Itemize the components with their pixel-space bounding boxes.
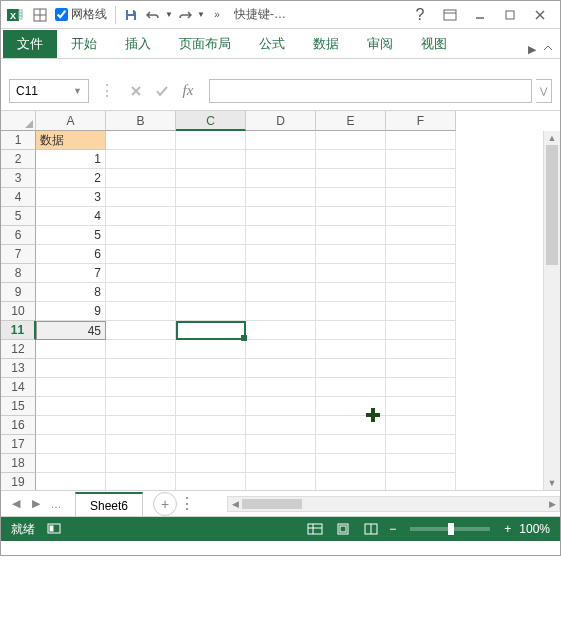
cell-B5[interactable] xyxy=(106,207,176,226)
cell-B14[interactable] xyxy=(106,378,176,397)
cell-E2[interactable] xyxy=(316,150,386,169)
tab-formulas[interactable]: 公式 xyxy=(245,30,299,58)
maximize-icon[interactable] xyxy=(496,4,524,26)
grid[interactable]: ABCDEF1数据2132435465768798109114512131415… xyxy=(1,111,560,491)
zoom-slider[interactable] xyxy=(410,527,490,531)
cell-C17[interactable] xyxy=(176,435,246,454)
cancel-formula-icon[interactable] xyxy=(125,80,147,102)
close-icon[interactable] xyxy=(526,4,554,26)
grid-icon[interactable] xyxy=(29,4,51,26)
row-header-4[interactable]: 4 xyxy=(1,188,36,207)
cell-D19[interactable] xyxy=(246,473,316,491)
cell-A19[interactable] xyxy=(36,473,106,491)
row-header-1[interactable]: 1 xyxy=(1,131,36,150)
cell-E11[interactable] xyxy=(316,321,386,340)
tab-home[interactable]: 开始 xyxy=(57,30,111,58)
cell-E5[interactable] xyxy=(316,207,386,226)
fx-icon[interactable]: fx xyxy=(177,80,199,102)
ribbon-display-icon[interactable] xyxy=(436,4,464,26)
name-box-dropdown-icon[interactable]: ▼ xyxy=(73,86,82,96)
cell-E8[interactable] xyxy=(316,264,386,283)
cell-F16[interactable] xyxy=(386,416,456,435)
cell-D16[interactable] xyxy=(246,416,316,435)
view-pagelayout-icon[interactable] xyxy=(333,521,353,537)
cell-E6[interactable] xyxy=(316,226,386,245)
cell-A12[interactable] xyxy=(36,340,106,359)
tab-review[interactable]: 审阅 xyxy=(353,30,407,58)
minimize-icon[interactable] xyxy=(466,4,494,26)
row-header-9[interactable]: 9 xyxy=(1,283,36,302)
row-header-15[interactable]: 15 xyxy=(1,397,36,416)
cell-F7[interactable] xyxy=(386,245,456,264)
cell-B15[interactable] xyxy=(106,397,176,416)
cell-D7[interactable] xyxy=(246,245,316,264)
row-header-3[interactable]: 3 xyxy=(1,169,36,188)
cell-B17[interactable] xyxy=(106,435,176,454)
cell-D17[interactable] xyxy=(246,435,316,454)
cell-F15[interactable] xyxy=(386,397,456,416)
tab-data[interactable]: 数据 xyxy=(299,30,353,58)
cell-E16[interactable] xyxy=(316,416,386,435)
cell-C11[interactable] xyxy=(176,321,246,340)
cell-B11[interactable] xyxy=(106,321,176,340)
cell-E12[interactable] xyxy=(316,340,386,359)
cell-A9[interactable]: 8 xyxy=(36,283,106,302)
view-pagebreak-icon[interactable] xyxy=(361,521,381,537)
undo-icon[interactable] xyxy=(142,4,164,26)
cell-C9[interactable] xyxy=(176,283,246,302)
cell-F5[interactable] xyxy=(386,207,456,226)
row-header-19[interactable]: 19 xyxy=(1,473,36,491)
cell-A1[interactable]: 数据 xyxy=(36,131,106,150)
sheet-nav-more-icon[interactable]: … xyxy=(47,495,65,513)
tab-split-handle[interactable]: ⋮ xyxy=(177,494,197,513)
cell-C19[interactable] xyxy=(176,473,246,491)
row-header-7[interactable]: 7 xyxy=(1,245,36,264)
cell-C7[interactable] xyxy=(176,245,246,264)
cell-A15[interactable] xyxy=(36,397,106,416)
cell-E17[interactable] xyxy=(316,435,386,454)
cell-F17[interactable] xyxy=(386,435,456,454)
cell-C15[interactable] xyxy=(176,397,246,416)
cell-E15[interactable] xyxy=(316,397,386,416)
cell-D3[interactable] xyxy=(246,169,316,188)
gridlines-check-input[interactable] xyxy=(55,8,68,21)
zoom-level[interactable]: 100% xyxy=(519,522,550,536)
col-header-B[interactable]: B xyxy=(106,111,176,131)
cell-F11[interactable] xyxy=(386,321,456,340)
undo-dropdown-icon[interactable]: ▼ xyxy=(164,4,174,26)
collapse-ribbon-icon[interactable] xyxy=(542,40,554,58)
cell-F2[interactable] xyxy=(386,150,456,169)
cell-E10[interactable] xyxy=(316,302,386,321)
redo-icon[interactable] xyxy=(174,4,196,26)
row-header-14[interactable]: 14 xyxy=(1,378,36,397)
tab-pagelayout[interactable]: 页面布局 xyxy=(165,30,245,58)
cell-A2[interactable]: 1 xyxy=(36,150,106,169)
cell-A3[interactable]: 2 xyxy=(36,169,106,188)
cell-B4[interactable] xyxy=(106,188,176,207)
row-header-10[interactable]: 10 xyxy=(1,302,36,321)
cell-C16[interactable] xyxy=(176,416,246,435)
cell-C10[interactable] xyxy=(176,302,246,321)
cell-B18[interactable] xyxy=(106,454,176,473)
cell-B19[interactable] xyxy=(106,473,176,491)
cell-D4[interactable] xyxy=(246,188,316,207)
cell-B10[interactable] xyxy=(106,302,176,321)
name-box[interactable]: C11 ▼ xyxy=(9,79,89,103)
cell-E1[interactable] xyxy=(316,131,386,150)
cell-B16[interactable] xyxy=(106,416,176,435)
col-header-C[interactable]: C xyxy=(176,111,246,131)
cell-E13[interactable] xyxy=(316,359,386,378)
row-header-12[interactable]: 12 xyxy=(1,340,36,359)
cell-A13[interactable] xyxy=(36,359,106,378)
cell-B1[interactable] xyxy=(106,131,176,150)
tab-view[interactable]: 视图 xyxy=(407,30,461,58)
cell-F10[interactable] xyxy=(386,302,456,321)
cell-E4[interactable] xyxy=(316,188,386,207)
tab-file[interactable]: 文件 xyxy=(3,30,57,58)
cell-F4[interactable] xyxy=(386,188,456,207)
col-header-D[interactable]: D xyxy=(246,111,316,131)
cell-B3[interactable] xyxy=(106,169,176,188)
sheet-tab[interactable]: Sheet6 xyxy=(75,492,143,516)
cell-B12[interactable] xyxy=(106,340,176,359)
col-header-F[interactable]: F xyxy=(386,111,456,131)
